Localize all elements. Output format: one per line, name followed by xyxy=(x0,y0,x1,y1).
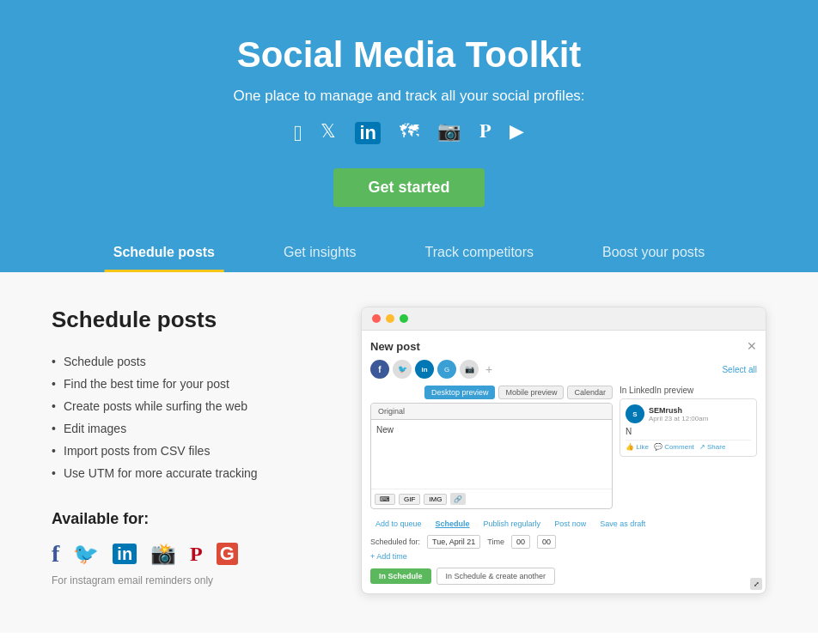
platform-btn-5[interactable]: 📷 xyxy=(460,360,479,379)
linkedin-icon: in xyxy=(355,122,381,144)
mock-content: New post ✕ f 🐦 in G 📷 + Select all Deskt… xyxy=(362,331,766,593)
available-for-label: Available for: xyxy=(52,510,327,528)
schedule-mode-tabs: Add to queue Schedule Publish regularly … xyxy=(370,518,757,530)
editor-footer: ⌨ GIF IMG 🔗 xyxy=(371,489,612,508)
window-maximize-dot xyxy=(400,314,408,323)
linkedin-content: N xyxy=(626,427,751,436)
mock-schedule-section: Add to queue Schedule Publish regularly … xyxy=(370,518,757,585)
platform-icons-row: f 🐦 in 📸 P G xyxy=(52,542,327,566)
mock-linkedin-card: S SEMrush April 23 at 12:00am N 👍 Like 💬… xyxy=(620,398,757,457)
facebook-platform-icon: f xyxy=(52,542,59,566)
tab-schedule-posts[interactable]: Schedule posts xyxy=(79,233,249,272)
content-area: Schedule posts Schedule posts Find the b… xyxy=(0,272,818,633)
header: Social Media Toolkit One place to manage… xyxy=(0,0,818,233)
subtitle: One place to manage and track all your s… xyxy=(17,88,801,105)
calendar-tab[interactable]: Calendar xyxy=(567,386,613,399)
list-item: Schedule posts xyxy=(52,350,327,373)
desktop-preview-tab[interactable]: Desktop preview xyxy=(424,386,496,399)
format-btn-3[interactable]: IMG xyxy=(424,494,447,505)
instagram-icon: 📷 xyxy=(437,122,461,144)
list-item: Create posts while surfing the web xyxy=(52,395,327,417)
left-panel: Schedule posts Schedule posts Find the b… xyxy=(52,307,327,586)
mock-titlebar xyxy=(362,307,766,331)
mock-editor-area: Desktop preview Mobile preview Calendar … xyxy=(370,386,613,509)
platform-btn-4[interactable]: G xyxy=(437,360,456,379)
linkedin-info: SEMrush April 23 at 12:00am xyxy=(649,406,708,422)
format-btn-1[interactable]: ⌨ xyxy=(375,494,395,505)
mobile-preview-tab[interactable]: Mobile preview xyxy=(498,386,564,399)
publish-regularly-tab[interactable]: Publish regularly xyxy=(479,518,546,530)
time-minute-input[interactable]: 00 xyxy=(537,535,556,549)
mock-header-bar: New post ✕ xyxy=(370,339,757,353)
editor-tab-label: Original xyxy=(371,404,612,420)
image-icon[interactable]: 🔗 xyxy=(450,493,466,505)
add-platform-icon[interactable]: + xyxy=(485,362,492,376)
linkedin-date: April 23 at 12:00am xyxy=(649,415,708,422)
linkedin-avatar: S xyxy=(626,404,644,423)
panel-title: Schedule posts xyxy=(52,307,327,333)
twitter-platform-icon: 🐦 xyxy=(73,544,99,564)
scheduled-for-label: Scheduled for: xyxy=(370,538,420,546)
get-started-button[interactable]: Get started xyxy=(333,168,484,207)
mock-new-post-label: New post xyxy=(370,340,420,353)
scroll-indicator: ⤢ xyxy=(750,578,762,590)
google-mybusiness-platform-icon: G xyxy=(217,543,238,565)
list-item: Edit images xyxy=(52,417,327,440)
mock-body-area: Desktop preview Mobile preview Calendar … xyxy=(370,386,757,509)
time-label: Time xyxy=(487,538,504,546)
platform-btn-3[interactable]: in xyxy=(415,360,434,379)
select-all-label[interactable]: Select all xyxy=(722,365,757,374)
instagram-note: For instagram email reminders only xyxy=(52,574,327,586)
social-icons-row:  𝕏 in 🗺 📷 𝐏 ▶ xyxy=(17,122,801,144)
save-draft-tab[interactable]: Save as draft xyxy=(595,518,650,530)
mock-close-icon[interactable]: ✕ xyxy=(747,339,757,353)
pinterest-icon: 𝐏 xyxy=(479,122,491,144)
window-minimize-dot xyxy=(386,314,394,323)
linkedin-like[interactable]: 👍 Like xyxy=(626,443,649,451)
twitter-icon: 𝕏 xyxy=(320,122,336,144)
right-panel: New post ✕ f 🐦 in G 📷 + Select all Deskt… xyxy=(361,307,766,594)
linkedin-actions: 👍 Like 💬 Comment ↗ Share xyxy=(626,440,751,451)
instagram-platform-icon: 📸 xyxy=(150,544,176,564)
page-title: Social Media Toolkit xyxy=(17,34,801,76)
schedule-create-button[interactable]: In Schedule & create another xyxy=(436,568,556,585)
format-btn-2[interactable]: GIF xyxy=(399,494,420,505)
mock-linkedin-preview-area: In LinkedIn preview S SEMrush April 23 a… xyxy=(620,386,757,509)
list-item: Find the best time for your post xyxy=(52,373,327,395)
post-now-tab[interactable]: Post now xyxy=(549,518,591,530)
pinterest-platform-icon: P xyxy=(190,544,203,564)
scheduled-date-input[interactable]: Tue, April 21 xyxy=(427,535,480,549)
mock-editor: Original New ⌨ GIF IMG 🔗 xyxy=(370,403,613,509)
linkedin-header: S SEMrush April 23 at 12:00am xyxy=(626,404,751,423)
linkedin-name: SEMrush xyxy=(649,406,708,415)
list-item: Import posts from CSV files xyxy=(52,440,327,462)
tabs-bar: Schedule posts Get insights Track compet… xyxy=(0,233,818,272)
linkedin-platform-icon: in xyxy=(113,544,137,564)
tab-boost-posts[interactable]: Boost your posts xyxy=(568,233,739,272)
schedule-fields: Scheduled for: Tue, April 21 Time 00 00 xyxy=(370,535,757,549)
platform-btn-2[interactable]: 🐦 xyxy=(393,360,412,379)
add-to-queue-tab[interactable]: Add to queue xyxy=(370,518,427,530)
tab-get-insights[interactable]: Get insights xyxy=(249,233,390,272)
google-mybusiness-icon: 🗺 xyxy=(400,122,418,144)
time-hour-input[interactable]: 00 xyxy=(511,535,530,549)
tab-track-competitors[interactable]: Track competitors xyxy=(391,233,569,272)
features-list: Schedule posts Find the best time for yo… xyxy=(52,350,327,484)
preview-label: In LinkedIn preview xyxy=(620,386,757,395)
mock-preview-tabs: Desktop preview Mobile preview Calendar xyxy=(370,386,613,399)
add-time-link[interactable]: + Add time xyxy=(370,552,757,561)
mock-icons-row: f 🐦 in G 📷 + Select all xyxy=(370,360,757,379)
facebook-icon:  xyxy=(294,122,302,144)
schedule-tab[interactable]: Schedule xyxy=(430,518,475,530)
mock-window: New post ✕ f 🐦 in G 📷 + Select all Deskt… xyxy=(361,307,766,594)
action-buttons: In Schedule In Schedule & create another xyxy=(370,568,757,585)
linkedin-comment[interactable]: 💬 Comment xyxy=(654,443,694,451)
window-close-dot xyxy=(372,314,381,323)
editor-body[interactable]: New xyxy=(371,420,612,489)
youtube-icon: ▶ xyxy=(510,122,524,144)
linkedin-share[interactable]: ↗ Share xyxy=(699,443,726,451)
list-item: Use UTM for more accurate tracking xyxy=(52,462,327,484)
schedule-button[interactable]: In Schedule xyxy=(370,568,431,584)
platform-btn-1[interactable]: f xyxy=(370,360,389,379)
